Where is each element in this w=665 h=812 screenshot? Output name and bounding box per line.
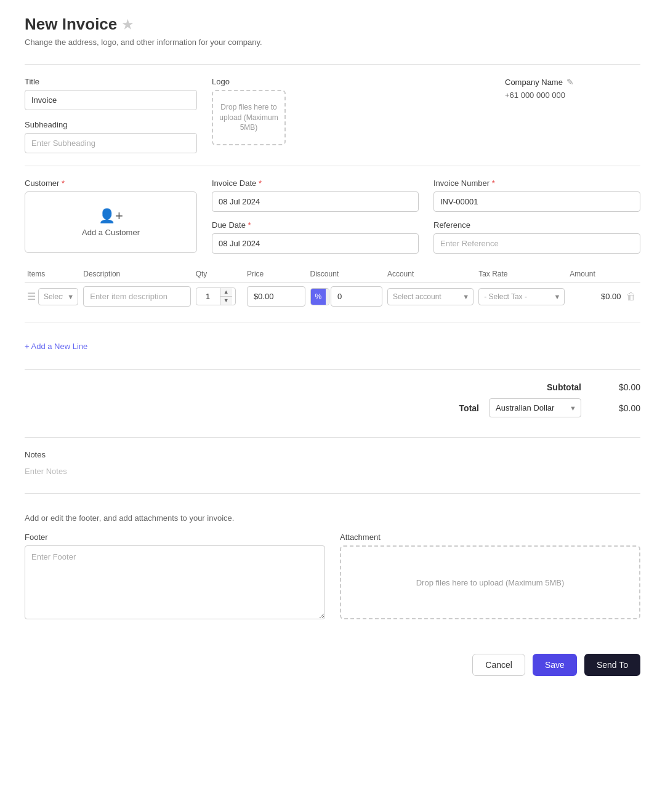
- total-value: $0.00: [591, 403, 640, 413]
- page-subtitle: Change the address, logo, and other info…: [25, 38, 640, 47]
- company-name-row: Company Name ✎: [505, 77, 640, 87]
- invoice-number-section: Invoice Number * Reference: [433, 179, 640, 254]
- qty-input[interactable]: [196, 288, 220, 305]
- col-header-tax: Tax Rate: [476, 266, 567, 283]
- footer-form-group: Footer: [25, 533, 325, 619]
- footer-row: Footer Attachment Drop files here to upl…: [25, 533, 640, 619]
- add-customer-label: Add a Customer: [82, 228, 140, 237]
- row-account: Select account ▼: [385, 283, 476, 311]
- add-customer-icon: 👤+: [99, 208, 123, 224]
- notes-label: Notes: [25, 450, 640, 459]
- item-select[interactable]: Select I...: [38, 288, 78, 305]
- discount-value-input[interactable]: [331, 286, 382, 307]
- subtotal-row: Subtotal $0.00: [532, 382, 640, 392]
- invoice-date-group: Invoice Date *: [212, 179, 419, 212]
- invoice-number-group: Invoice Number *: [433, 179, 640, 212]
- price-input[interactable]: [247, 286, 305, 307]
- col-header-discount: Discount: [308, 266, 385, 283]
- company-name: Company Name: [505, 78, 563, 87]
- reference-label: Reference: [433, 220, 640, 230]
- invoice-date-section: Invoice Date * Due Date *: [212, 179, 419, 254]
- save-button[interactable]: Save: [533, 654, 577, 676]
- company-section: Company Name ✎ +61 000 000 000: [505, 77, 640, 100]
- account-select[interactable]: Select account: [387, 288, 474, 305]
- col-header-items: Items: [25, 266, 81, 283]
- reference-input[interactable]: [433, 233, 640, 254]
- total-row: Total Australian Dollar US Dollar Euro ▼…: [430, 398, 640, 417]
- logo-section: Logo Drop files here to upload (Maximum …: [212, 77, 490, 145]
- col-header-amount: Amount: [567, 266, 623, 283]
- row-delete: 🗑: [624, 283, 640, 311]
- currency-select-wrap: Australian Dollar US Dollar Euro ▼: [489, 398, 581, 417]
- add-line-button[interactable]: + Add a New Line: [25, 336, 87, 357]
- row-price: [244, 283, 308, 311]
- edit-company-icon[interactable]: ✎: [566, 77, 574, 87]
- title-input[interactable]: [25, 90, 197, 110]
- top-row: Title Subheading Logo Drop files here to…: [25, 77, 640, 153]
- qty-spinner: ▲ ▼: [196, 287, 236, 305]
- invoice-number-label: Invoice Number *: [433, 179, 640, 188]
- bottom-actions: Cancel Save Send To: [25, 644, 640, 676]
- table-row: ☰ Select I... ▼ ▲ ▼: [25, 283, 640, 311]
- totals-divider: [25, 437, 640, 438]
- qty-up-button[interactable]: ▲: [220, 288, 232, 296]
- col-header-qty: Qty: [193, 266, 244, 283]
- title-label: Title: [25, 77, 197, 86]
- row-amount: $0.00: [567, 283, 623, 311]
- subheading-input[interactable]: [25, 133, 197, 153]
- page-header: New Invoice ★ Change the address, logo, …: [25, 15, 640, 47]
- delete-row-icon[interactable]: 🗑: [626, 291, 636, 302]
- discount-wrap: % $: [310, 286, 382, 307]
- qty-down-button[interactable]: ▼: [220, 296, 232, 305]
- tax-select[interactable]: - Select Tax -: [478, 288, 565, 305]
- customer-label: Customer *: [25, 179, 197, 188]
- footer-textarea[interactable]: [25, 545, 325, 619]
- notes-divider: [25, 493, 640, 494]
- title-section: Title Subheading: [25, 77, 197, 153]
- company-phone: +61 000 000 000: [505, 90, 640, 100]
- col-header-price: Price: [244, 266, 308, 283]
- invoice-number-input[interactable]: [433, 191, 640, 212]
- account-select-wrap: Select account ▼: [387, 288, 474, 305]
- row-description: [81, 283, 193, 311]
- table-header-row: Items Description Qty Price Discount Acc…: [25, 266, 640, 283]
- cancel-button[interactable]: Cancel: [472, 654, 525, 676]
- discount-percent-button[interactable]: %: [311, 289, 326, 305]
- invoice-date-input[interactable]: [212, 191, 419, 212]
- currency-select[interactable]: Australian Dollar US Dollar Euro: [489, 398, 581, 417]
- col-header-account: Account: [385, 266, 476, 283]
- add-customer-button[interactable]: 👤+ Add a Customer: [25, 191, 197, 253]
- header-divider: [25, 64, 640, 65]
- add-line-divider: [25, 369, 640, 370]
- line-items-table: Items Description Qty Price Discount Acc…: [25, 266, 640, 310]
- customer-section: Customer * 👤+ Add a Customer: [25, 179, 197, 253]
- description-input[interactable]: [83, 286, 190, 307]
- attachment-dropzone[interactable]: Drop files here to upload (Maximum 5MB): [340, 545, 640, 619]
- discount-dollar-button[interactable]: $: [326, 289, 329, 305]
- subheading-label: Subheading: [25, 120, 197, 129]
- row-qty: ▲ ▼: [193, 283, 244, 311]
- section-divider-1: [25, 166, 640, 166]
- due-date-input[interactable]: [212, 233, 419, 254]
- row-item-drag: ☰ Select I... ▼: [25, 283, 81, 311]
- logo-label: Logo: [212, 77, 490, 86]
- col-header-action: [624, 266, 640, 283]
- notes-section: Notes Enter Notes: [25, 450, 640, 478]
- title-form-group: Title: [25, 77, 197, 110]
- total-label: Total: [430, 403, 479, 413]
- totals-section: Subtotal $0.00 Total Australian Dollar U…: [25, 382, 640, 425]
- row-discount: % $: [308, 283, 385, 311]
- footer-label: Footer: [25, 533, 325, 542]
- discount-toggle: % $: [310, 288, 329, 305]
- logo-dropzone[interactable]: Drop files here to upload (Maximum 5MB): [212, 90, 286, 145]
- tax-select-wrap: - Select Tax - ▼: [478, 288, 565, 305]
- drag-handle-icon[interactable]: ☰: [27, 291, 36, 302]
- attachment-form-group: Attachment Drop files here to upload (Ma…: [340, 533, 640, 619]
- attachment-label: Attachment: [340, 533, 640, 542]
- row-tax: - Select Tax - ▼: [476, 283, 567, 311]
- bookmark-icon[interactable]: ★: [122, 17, 133, 32]
- mid-row: Customer * 👤+ Add a Customer Invoice Dat…: [25, 179, 640, 254]
- notes-placeholder-text[interactable]: Enter Notes: [25, 464, 640, 478]
- send-to-button[interactable]: Send To: [584, 654, 640, 676]
- footer-description: Add or edit the footer, and add attachme…: [25, 513, 640, 523]
